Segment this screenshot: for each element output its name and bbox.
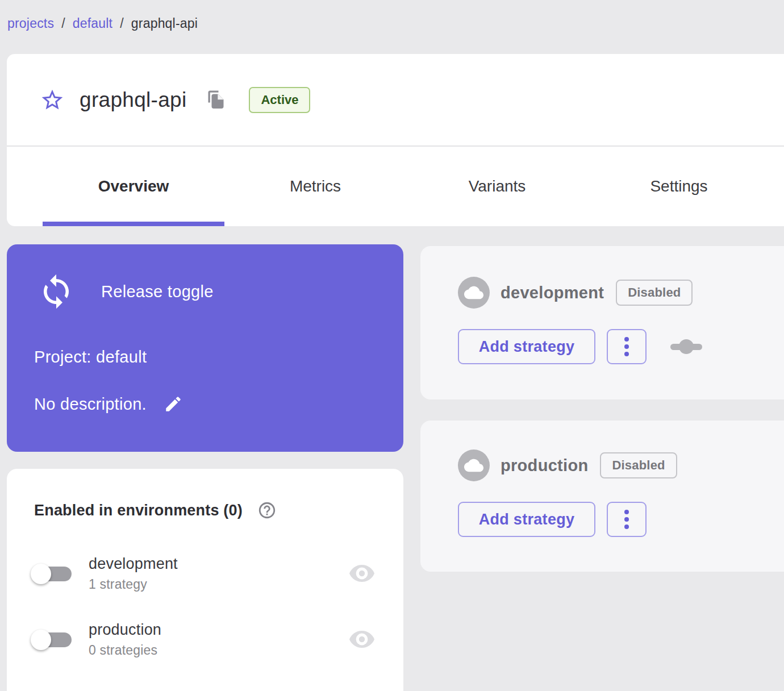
help-icon[interactable] [257,501,277,520]
breadcrumb: projects / default / graphql-api [7,16,198,31]
enabled-environments-card: Enabled in environments (0) development … [7,469,403,691]
toggle-project-label: Project: default [34,348,147,367]
production-toggle-switch[interactable] [30,627,75,653]
title-row: graphql-api Active [7,54,784,145]
enabled-environments-title: Enabled in environments (0) [34,502,243,519]
toggle-summary-card: Release toggle Project: default No descr… [7,244,403,452]
environment-name: production [89,621,161,639]
tab-overview[interactable]: Overview [43,147,224,226]
status-badge: Active [249,87,310,113]
tab-metrics[interactable]: Metrics [224,147,406,226]
add-strategy-button[interactable]: Add strategy [458,502,595,537]
more-options-kebab-icon[interactable] [607,329,647,364]
copy-name-icon[interactable] [206,89,226,111]
release-toggle-loop-icon [37,270,75,313]
tab-bar: Overview Metrics Variants Settings [7,147,784,226]
environment-row-production: production 0 strategies [30,621,378,658]
environment-row-development: development 1 strategy [30,555,378,592]
environment-card-development: development Disabled Add strategy [420,246,784,399]
feature-header-card: graphql-api Active Overview Metrics Vari… [7,54,784,226]
development-toggle-switch[interactable] [30,561,75,587]
breadcrumb-link-default[interactable]: default [73,16,112,31]
visibility-eye-icon[interactable] [348,628,376,651]
breadcrumb-current: graphql-api [131,16,198,31]
visibility-eye-icon[interactable] [348,563,376,585]
favorite-star-icon[interactable] [40,88,65,113]
environment-status-chip: Disabled [600,452,677,478]
edit-description-icon[interactable] [164,394,183,414]
environment-name: development [89,555,178,573]
breadcrumb-link-projects[interactable]: projects [7,16,54,31]
environment-strategy-count: 0 strategies [89,643,161,658]
toggle-type-label: Release toggle [101,282,214,301]
tab-settings[interactable]: Settings [588,147,770,226]
toggle-description: No description. [34,395,147,414]
tab-variants[interactable]: Variants [406,147,588,226]
cloud-environment-icon [458,449,490,481]
cloud-environment-icon [458,277,490,309]
environment-card-name: production [501,456,588,475]
environment-strategy-count: 1 strategy [89,577,178,592]
breadcrumb-separator: / [61,16,65,31]
page-title: graphql-api [80,88,186,112]
environment-status-chip: Disabled [616,280,693,306]
environment-card-name: development [501,284,604,302]
more-options-kebab-icon[interactable] [607,502,647,537]
environment-card-production: production Disabled Add strategy [420,421,784,572]
add-strategy-button[interactable]: Add strategy [458,329,595,364]
breadcrumb-separator: / [120,16,124,31]
strategy-slider-icon [670,339,702,355]
